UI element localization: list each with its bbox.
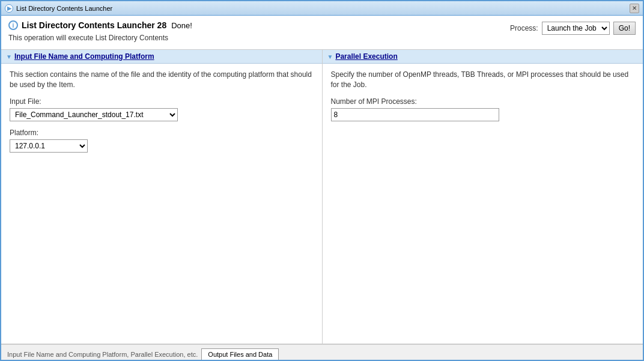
right-section-title: Parallel Execution — [335, 52, 397, 61]
input-file-select[interactable]: File_Command_Launcher_stdout_17.txt — [10, 108, 178, 121]
bottom-tabs: Input File Name and Computing Platform, … — [1, 344, 643, 360]
platform-select[interactable]: 127.0.0.1 — [10, 139, 88, 153]
right-section-body: Specify the number of OpenMP threads, TB… — [323, 64, 643, 135]
header-process-controls: Process: Launch the Job Go! — [510, 20, 636, 35]
process-select[interactable]: Launch the Job — [542, 22, 610, 35]
left-section-description: This section contains the name of the fi… — [10, 70, 314, 90]
main-window: ▶ List Directory Contents Launcher ✕ i L… — [0, 0, 644, 361]
title-bar-close-button[interactable]: ✕ — [630, 4, 639, 13]
right-section-description: Specify the number of OpenMP threads, TB… — [331, 70, 635, 90]
mpi-input[interactable] — [331, 108, 499, 121]
process-label: Process: — [510, 24, 538, 32]
left-panel: ▼ Input File Name and Computing Platform… — [1, 50, 323, 344]
header-description: This operation will execute List Directo… — [8, 34, 510, 42]
left-section-header: ▼ Input File Name and Computing Platform — [1, 50, 322, 64]
right-panel: ▼ Parallel Execution Specify the number … — [323, 50, 643, 344]
header-title: List Directory Contents Launcher 28 — [22, 20, 166, 30]
tab-static-label: Input File Name and Computing Platform, … — [4, 349, 201, 360]
main-content: ▼ Input File Name and Computing Platform… — [1, 50, 643, 344]
left-section-body: This section contains the name of the fi… — [1, 64, 322, 166]
header-top: i List Directory Contents Launcher 28 Do… — [8, 20, 510, 30]
right-section-header: ▼ Parallel Execution — [323, 50, 643, 64]
header-section: i List Directory Contents Launcher 28 Do… — [1, 16, 643, 50]
platform-group: Platform: 127.0.0.1 — [10, 129, 314, 153]
left-section-arrow: ▼ — [6, 53, 12, 60]
title-bar-icon: ▶ — [5, 4, 13, 13]
title-bar: ▶ List Directory Contents Launcher ✕ — [1, 1, 643, 16]
title-icon-symbol: ▶ — [7, 5, 11, 11]
right-section-arrow: ▼ — [327, 53, 333, 60]
input-file-label: Input File: — [10, 97, 314, 106]
input-file-group: Input File: File_Command_Launcher_stdout… — [10, 97, 314, 121]
platform-label: Platform: — [10, 129, 314, 137]
header-status: Done! — [171, 21, 192, 30]
left-section-title: Input File Name and Computing Platform — [14, 52, 154, 61]
close-icon: ✕ — [632, 5, 637, 11]
info-icon: i — [8, 20, 18, 30]
mpi-label: Number of MPI Processes: — [331, 97, 635, 106]
title-bar-text: List Directory Contents Launcher — [16, 5, 630, 12]
go-button[interactable]: Go! — [613, 22, 636, 35]
mpi-group: Number of MPI Processes: — [331, 97, 635, 121]
output-files-tab[interactable]: Output Files and Data — [201, 348, 279, 360]
